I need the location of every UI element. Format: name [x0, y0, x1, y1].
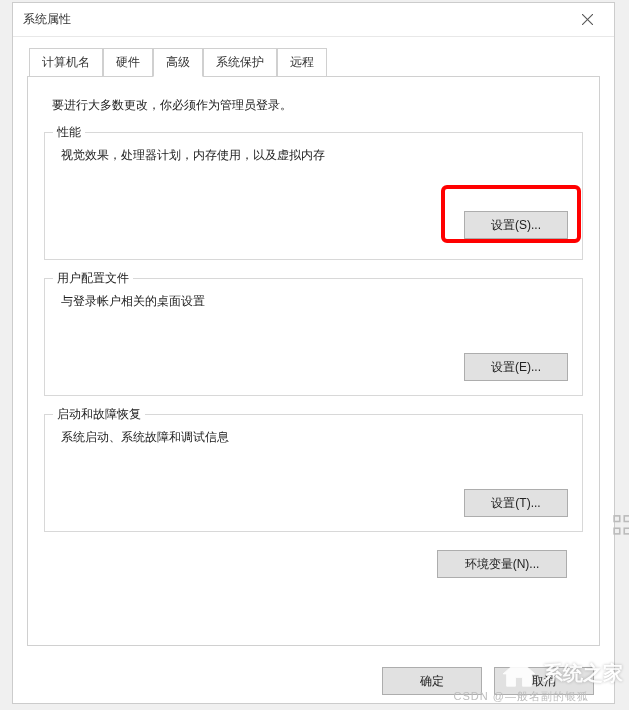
group-desc-performance: 视觉效果，处理器计划，内存使用，以及虚拟内存	[61, 147, 568, 164]
tab-advanced[interactable]: 高级	[153, 48, 203, 77]
tab-label: 远程	[290, 55, 314, 69]
group-title-user-profiles: 用户配置文件	[53, 270, 133, 287]
environment-variables-button[interactable]: 环境变量(N)...	[437, 550, 567, 578]
titlebar: 系统属性	[13, 3, 614, 37]
tab-label: 高级	[166, 55, 190, 69]
group-startup-recovery: 启动和故障恢复 系统启动、系统故障和调试信息 设置(T)...	[44, 414, 583, 532]
svg-rect-3	[624, 516, 629, 522]
group-title-startup: 启动和故障恢复	[53, 406, 145, 423]
group-desc-startup: 系统启动、系统故障和调试信息	[61, 429, 568, 446]
group-desc-user-profiles: 与登录帐户相关的桌面设置	[61, 293, 568, 310]
group-title-performance: 性能	[53, 124, 85, 141]
svg-rect-5	[624, 528, 629, 534]
close-icon	[582, 14, 593, 25]
cancel-button[interactable]: 取消	[494, 667, 594, 695]
tab-strip: 计算机名 硬件 高级 系统保护 远程	[29, 47, 600, 76]
tab-system-protection[interactable]: 系统保护	[203, 48, 277, 77]
tab-panel-advanced: 要进行大多数更改，你必须作为管理员登录。 性能 视觉效果，处理器计划，内存使用，…	[27, 76, 600, 646]
tab-label: 系统保护	[216, 55, 264, 69]
window-title: 系统属性	[23, 11, 71, 28]
system-properties-window: 系统属性 计算机名 硬件 高级 系统保护 远程 要进行大多数更改，你必须作为管理…	[12, 2, 615, 704]
button-row: 设置(E)...	[464, 353, 568, 381]
admin-note: 要进行大多数更改，你必须作为管理员登录。	[52, 97, 583, 114]
env-row: 环境变量(N)...	[44, 550, 583, 578]
close-button[interactable]	[564, 5, 610, 35]
button-row: 设置(S)...	[464, 211, 568, 239]
group-performance: 性能 视觉效果，处理器计划，内存使用，以及虚拟内存 设置(S)...	[44, 132, 583, 260]
qr-side-icon	[613, 514, 629, 538]
tab-computer-name[interactable]: 计算机名	[29, 48, 103, 77]
tab-remote[interactable]: 远程	[277, 48, 327, 77]
dialog-button-bar: 确定 取消	[382, 667, 594, 695]
button-row: 设置(T)...	[464, 489, 568, 517]
content-area: 计算机名 硬件 高级 系统保护 远程 要进行大多数更改，你必须作为管理员登录。 …	[13, 37, 614, 660]
settings-startup-button[interactable]: 设置(T)...	[464, 489, 568, 517]
tab-label: 硬件	[116, 55, 140, 69]
group-user-profiles: 用户配置文件 与登录帐户相关的桌面设置 设置(E)...	[44, 278, 583, 396]
tab-label: 计算机名	[42, 55, 90, 69]
settings-performance-button[interactable]: 设置(S)...	[464, 211, 568, 239]
svg-rect-4	[614, 528, 620, 534]
settings-user-profiles-button[interactable]: 设置(E)...	[464, 353, 568, 381]
svg-rect-2	[614, 516, 620, 522]
ok-button[interactable]: 确定	[382, 667, 482, 695]
tab-hardware[interactable]: 硬件	[103, 48, 153, 77]
